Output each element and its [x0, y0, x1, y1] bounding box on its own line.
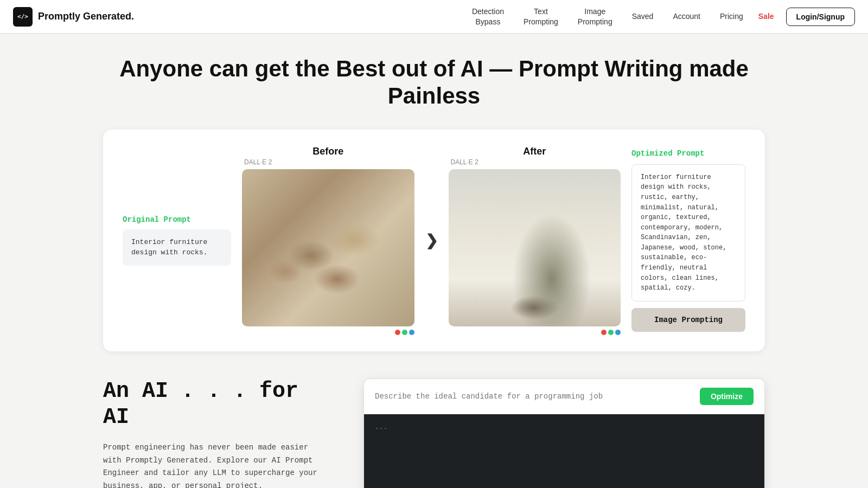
color-dot-red	[395, 330, 400, 335]
color-dot-blue	[409, 330, 414, 335]
logo-text: Promptly Generated.	[38, 11, 134, 22]
prompt-input-row: Optimize	[364, 379, 764, 414]
color-dot-green-2	[608, 330, 614, 335]
bottom-right-panel: Optimize ...	[363, 378, 765, 488]
nav-detection-bypass[interactable]: DetectionBypass	[464, 3, 512, 29]
after-image	[449, 169, 621, 326]
nav-sale[interactable]: Sale	[755, 9, 777, 24]
after-section: After DALL·E 2	[449, 146, 621, 335]
demo-center-panel: Before DALL·E 2 ❯	[242, 146, 621, 335]
nav-image-prompting[interactable]: ImagePrompting	[570, 3, 620, 29]
after-dall-e-label: DALL·E 2	[451, 158, 478, 166]
before-dall-e-label: DALL·E 2	[244, 158, 272, 166]
login-signup-button[interactable]: Login/Signup	[786, 8, 855, 26]
output-dots: ...	[375, 423, 387, 431]
nav-links: DetectionBypass TextPrompting ImagePromp…	[464, 3, 855, 29]
demo-left-panel: Original Prompt Interior furniture desig…	[123, 215, 231, 266]
demo-card: Original Prompt Interior furniture desig…	[103, 130, 765, 351]
logo[interactable]: </> Promptly Generated.	[13, 7, 134, 27]
optimized-prompt-label: Optimized Prompt	[631, 149, 745, 158]
main-container: Anyone can get the Best out of AI — Prom…	[81, 34, 787, 488]
bottom-left-panel: An AI . . . for AI Prompt engineering ha…	[103, 378, 331, 488]
prompt-text-input[interactable]	[375, 392, 693, 401]
color-dot-blue-2	[615, 330, 621, 335]
original-prompt-label: Original Prompt	[123, 215, 231, 224]
demo-right-panel: Optimized Prompt Interior furniture desi…	[631, 149, 745, 332]
before-image	[242, 169, 414, 326]
after-color-bar	[449, 330, 621, 335]
after-title: After	[523, 146, 546, 157]
nav-text-prompting[interactable]: TextPrompting	[516, 3, 566, 29]
before-section: Before DALL·E 2	[242, 146, 414, 335]
after-label-group: After DALL·E 2	[449, 146, 621, 166]
nav-saved[interactable]: Saved	[624, 8, 661, 24]
prompt-output-area: ...	[364, 414, 764, 488]
color-dot-green	[402, 330, 407, 335]
logo-icon: </>	[13, 7, 33, 27]
nav-pricing[interactable]: Pricing	[712, 8, 751, 24]
original-prompt-text: Interior furniture design with rocks.	[123, 229, 231, 266]
before-title: Before	[312, 146, 343, 157]
bottom-section: An AI . . . for AI Prompt engineering ha…	[103, 378, 765, 488]
hero-title: Anyone can get the Best out of AI — Prom…	[103, 55, 765, 110]
nav-account[interactable]: Account	[665, 8, 708, 24]
optimized-prompt-text: Interior furniture design with rocks, ru…	[631, 164, 745, 301]
bottom-description: Prompt engineering has never been made e…	[103, 441, 331, 488]
prompt-widget: Optimize ...	[363, 378, 765, 488]
optimize-button[interactable]: Optimize	[700, 388, 754, 405]
before-color-bar	[242, 330, 414, 335]
before-after-row: Before DALL·E 2 ❯	[242, 146, 621, 335]
navbar: </> Promptly Generated. DetectionBypass …	[0, 0, 868, 34]
before-color-dots	[395, 330, 414, 335]
after-color-dots	[601, 330, 621, 335]
before-label-group: Before DALL·E 2	[242, 146, 414, 166]
bottom-title: An AI . . . for AI	[103, 378, 331, 431]
image-prompting-button[interactable]: Image Prompting	[631, 308, 745, 332]
color-dot-red-2	[601, 330, 607, 335]
next-arrow-icon[interactable]: ❯	[425, 232, 438, 249]
